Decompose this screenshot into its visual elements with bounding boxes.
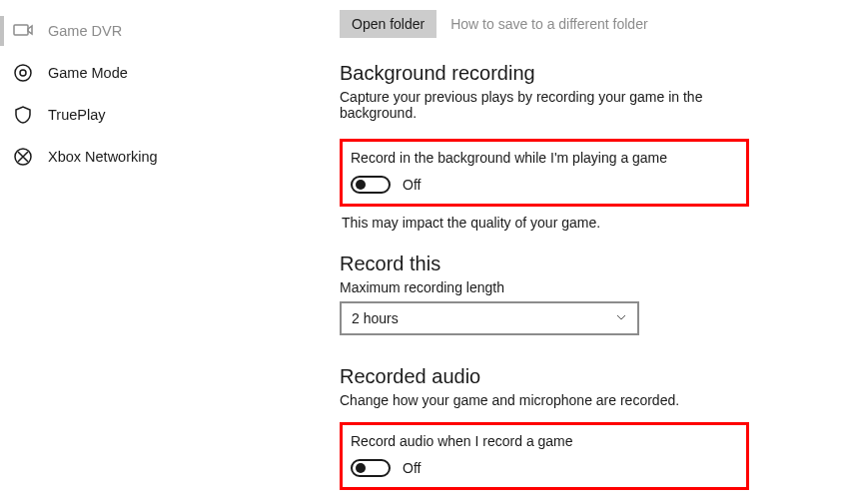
trueplay-icon: [12, 104, 34, 126]
save-folder-hint-link[interactable]: How to save to a different folder: [450, 16, 647, 32]
svg-point-1: [15, 65, 31, 81]
sidebar-item-trueplay[interactable]: TruePlay: [0, 94, 300, 136]
section-title-recorded-audio: Recorded audio: [340, 365, 825, 388]
record-audio-toggle[interactable]: [351, 459, 391, 477]
sidebar: Game DVR Game Mode TruePlay Xbox Network…: [0, 0, 300, 498]
sidebar-item-game-mode[interactable]: Game Mode: [0, 52, 300, 94]
dropdown-selected: 2 hours: [352, 310, 399, 326]
toggle-row: Off: [351, 459, 738, 477]
open-folder-button[interactable]: Open folder: [340, 10, 436, 38]
sidebar-item-label: Game Mode: [48, 65, 128, 81]
top-row: Open folder How to save to a different f…: [340, 10, 825, 38]
dvr-icon: [12, 20, 34, 42]
highlight-audio-toggle: Record audio when I record a game Off: [340, 422, 749, 490]
field-label: Maximum recording length: [340, 279, 825, 295]
sidebar-item-label: Game DVR: [48, 23, 122, 39]
sidebar-item-xbox-networking[interactable]: Xbox Networking: [0, 136, 300, 178]
svg-point-2: [20, 70, 26, 76]
toggle-state: Off: [403, 460, 421, 476]
background-record-toggle[interactable]: [351, 176, 391, 194]
game-mode-icon: [12, 62, 34, 84]
highlight-background-toggle: Record in the background while I'm playi…: [340, 139, 749, 207]
toggle-label: Record in the background while I'm playi…: [351, 150, 738, 166]
main-content: Open folder How to save to a different f…: [300, 0, 849, 498]
toggle-state: Off: [403, 177, 421, 193]
section-title-record-this: Record this: [340, 252, 825, 275]
max-recording-length-dropdown[interactable]: 2 hours: [340, 301, 639, 335]
settings-page: Game DVR Game Mode TruePlay Xbox Network…: [0, 0, 849, 498]
svg-rect-0: [14, 25, 28, 35]
impact-note: This may impact the quality of your game…: [342, 215, 825, 231]
sidebar-item-game-dvr[interactable]: Game DVR: [0, 10, 300, 52]
chevron-down-icon: [615, 310, 627, 326]
section-title-background-recording: Background recording: [340, 62, 825, 85]
xbox-icon: [12, 146, 34, 168]
toggle-row: Off: [351, 176, 738, 194]
sidebar-item-label: TruePlay: [48, 107, 105, 123]
section-subtitle: Capture your previous plays by recording…: [340, 89, 739, 121]
toggle-label: Record audio when I record a game: [351, 433, 738, 449]
sidebar-item-label: Xbox Networking: [48, 149, 158, 165]
section-subtitle: Change how your game and microphone are …: [340, 392, 739, 408]
